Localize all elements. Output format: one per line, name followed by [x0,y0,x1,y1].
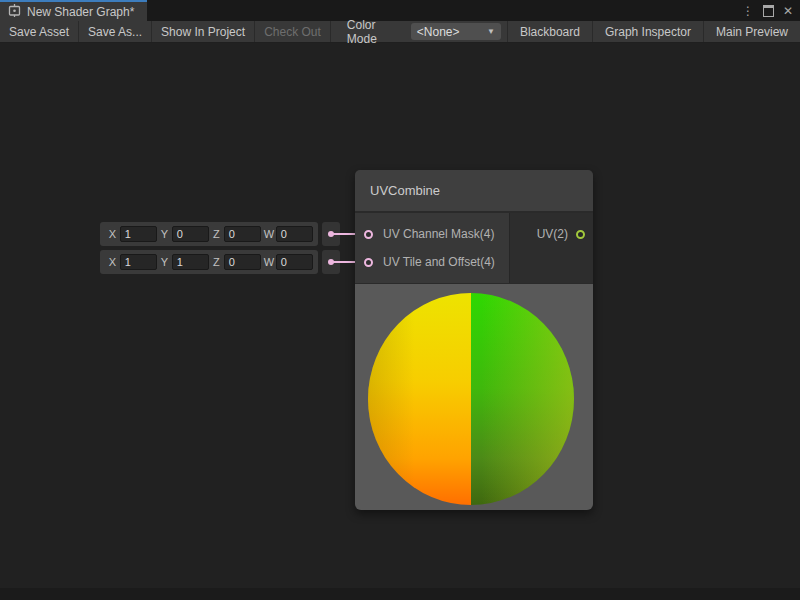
vector2-x-field[interactable]: 1 [120,254,157,270]
graph-inspector-button[interactable]: Graph Inspector [592,21,703,42]
close-icon[interactable]: ✕ [783,5,793,17]
vector2-y-field[interactable]: 1 [172,254,209,270]
output-row-uv: UV(2) [510,220,593,248]
node-body: UV Channel Mask(4) UV Tile and Offset(4)… [355,213,593,283]
window-controls: ⋮ ✕ [742,0,800,21]
check-out-button: Check Out [255,21,331,42]
toolbar: Save Asset Save As... Show In Project Ch… [0,21,800,43]
toolbar-right-group: Blackboard Graph Inspector Main Preview [507,21,800,42]
output-port-label: UV(2) [537,227,568,241]
graph-canvas[interactable]: X 1 Y 0 Z 0 W 0 X 1 Y 1 Z 0 W 0 [0,43,800,588]
node-title[interactable]: UVCombine [355,170,593,213]
field-label-x: X [108,256,117,268]
tab-new-shader-graph[interactable]: New Shader Graph* [0,0,147,21]
node-input-section: UV Channel Mask(4) UV Tile and Offset(4) [355,213,510,283]
shader-graph-window: New Shader Graph* ⋮ ✕ Save Asset Save As… [0,0,800,600]
field-label-y: Y [160,228,169,240]
vector4-row-1: X 1 Y 0 Z 0 W 0 [100,222,318,246]
menu-icon[interactable]: ⋮ [742,5,754,17]
main-preview-button[interactable]: Main Preview [703,21,800,42]
node-preview [355,283,593,510]
shader-graph-icon [8,3,21,21]
sphere-right-half [471,293,574,505]
vector1-z-field[interactable]: 0 [224,226,261,242]
output-port-icon[interactable] [576,230,585,239]
vector1-x-field[interactable]: 1 [120,226,157,242]
field-label-w: W [264,256,273,268]
maximize-icon[interactable] [763,5,774,17]
field-label-w: W [264,228,273,240]
field-label-z: Z [212,256,221,268]
input-row-uv-tile-offset: UV Tile and Offset(4) [355,248,509,276]
input-row-uv-channel-mask: UV Channel Mask(4) [355,220,509,248]
field-label-x: X [108,228,117,240]
color-mode-value: <None> [417,25,460,39]
color-mode-dropdown[interactable]: <None> ▼ [411,23,501,40]
color-mode-label: Color Mode [331,21,411,42]
vector2-w-field[interactable]: 0 [276,254,313,270]
input-port-icon[interactable] [364,258,373,267]
field-label-z: Z [212,228,221,240]
save-as-button[interactable]: Save As... [79,21,152,42]
vector2-z-field[interactable]: 0 [224,254,261,270]
show-in-project-button[interactable]: Show In Project [152,21,255,42]
input-port-icon[interactable] [364,230,373,239]
blackboard-button[interactable]: Blackboard [507,21,592,42]
input-port-label: UV Tile and Offset(4) [383,255,495,269]
chevron-down-icon: ▼ [487,27,495,36]
vector4-row-2: X 1 Y 1 Z 0 W 0 [100,250,318,274]
field-label-y: Y [160,256,169,268]
input-port-label: UV Channel Mask(4) [383,227,494,241]
sphere-left-half [368,293,471,505]
vector1-w-field[interactable]: 0 [276,226,313,242]
node-uvcombine[interactable]: UVCombine UV Channel Mask(4) UV Tile and… [355,170,593,510]
save-asset-button[interactable]: Save Asset [0,21,79,42]
vector1-y-field[interactable]: 0 [172,226,209,242]
preview-sphere [368,293,574,505]
window-footer [0,588,800,600]
tab-title: New Shader Graph* [27,5,134,19]
node-output-section: UV(2) [510,213,593,283]
